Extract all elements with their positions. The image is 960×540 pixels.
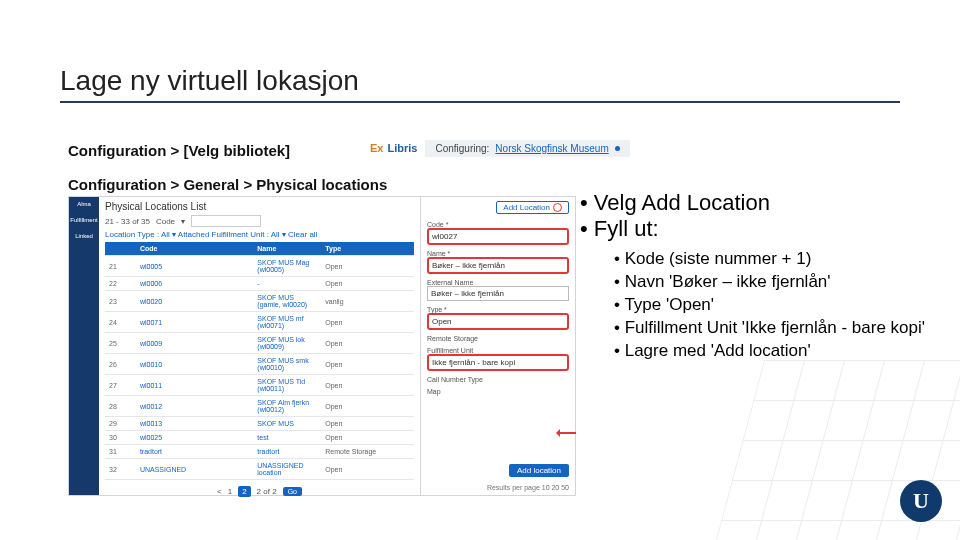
filter-line[interactable]: Location Type : All ▾ Attached Fulfillme… (105, 230, 414, 239)
breadcrumb-2: Configuration > General > Physical locat… (68, 176, 387, 193)
instruction-sub-1: Kode (siste nummer + 1) (614, 248, 940, 271)
col-name[interactable]: Name (253, 242, 321, 256)
brand-logo-part2: Libris (387, 142, 417, 154)
list-toolbar: 21 - 33 of 35 Code ▾ (105, 215, 414, 227)
pager-p2[interactable]: 2 (238, 486, 250, 497)
instruction-sub-3: Type 'Open' (614, 294, 940, 317)
table-row[interactable]: 26wl0010SKOF MUS smk (wl0010)Open (105, 354, 414, 375)
list-title: Physical Locations List (105, 201, 414, 212)
table-row[interactable]: 31tradtorttradtortRemote Storage (105, 445, 414, 459)
configuring-value[interactable]: Norsk Skogfinsk Museum (495, 143, 608, 154)
instruction-2: Fyll ut: (580, 216, 940, 242)
code-sort[interactable]: Code (156, 217, 175, 226)
table-row[interactable]: 28wl0012SKOF Alm fjerkn (wl0012)Open (105, 396, 414, 417)
sidebar: Alma Fulfillment Linked (69, 197, 99, 495)
instructions: Velg Add Location Fyll ut: Kode (siste n… (580, 190, 940, 363)
table-row[interactable]: 23wl0020SKOF MUS (gamle, wl0020)vanlig (105, 291, 414, 312)
pager: < 1 2 2 of 2 Go (105, 486, 414, 497)
call-number-label: Call Number Type (427, 376, 569, 383)
remote-storage-label: Remote Storage (427, 335, 569, 342)
col-type[interactable]: Type (321, 242, 414, 256)
configuring-badge: Ex Libris Configuring: Norsk Skogfinsk M… (370, 135, 630, 161)
sidebar-item-alma[interactable]: Alma (77, 201, 91, 207)
pager-p1[interactable]: 1 (228, 487, 232, 496)
fulfillment-unit-label: Fulfillment Unit (427, 347, 569, 354)
app-screenshot: Alma Fulfillment Linked Physical Locatio… (68, 196, 576, 496)
instruction-sub-5: Lagre med 'Add location' (614, 340, 940, 363)
locations-table: Code Name Type 21wl0005SKOF MUS Mag (wl0… (105, 242, 414, 480)
external-name-label: External Name (427, 279, 569, 286)
save-add-location-button[interactable]: Add location (509, 464, 569, 477)
map-label: Map (427, 388, 569, 395)
pager-prev[interactable]: < (217, 487, 222, 496)
fulfillment-unit-field[interactable]: Ikke fjernlån - bare kopi (427, 354, 569, 371)
table-row[interactable]: 30wl0025testOpen (105, 431, 414, 445)
table-row[interactable]: 29wl0013SKOF MUSOpen (105, 417, 414, 431)
slide-title: Lage ny virtuell lokasjon (60, 65, 900, 103)
external-name-field[interactable]: Bøker – ikke fjernlån (427, 286, 569, 301)
dropdown-indicator-icon[interactable] (615, 146, 620, 151)
type-label: Type * (427, 306, 569, 313)
instruction-sub-2: Navn 'Bøker – ikke fjernlån' (614, 271, 940, 294)
table-row[interactable]: 21wl0005SKOF MUS Mag (wl0005)Open (105, 256, 414, 277)
table-row[interactable]: 22wl0006-Open (105, 277, 414, 291)
pager-of: 2 of 2 (257, 487, 277, 496)
add-location-button[interactable]: Add Location (496, 201, 569, 214)
col-code[interactable]: Code (136, 242, 253, 256)
table-row[interactable]: 24wl0071SKOF MUS mf (wl0071)Open (105, 312, 414, 333)
callout-arrow-icon (558, 432, 576, 434)
code-field[interactable]: wl0027 (427, 228, 569, 245)
search-input[interactable] (191, 215, 261, 227)
brand-logo-part1: Ex (370, 142, 383, 154)
result-counter: 21 - 33 of 35 (105, 217, 150, 226)
instruction-1: Velg Add Location (580, 190, 940, 216)
name-label: Name * (427, 250, 569, 257)
type-field[interactable]: Open (427, 313, 569, 330)
sidebar-item-fulfillment[interactable]: Fulfillment (70, 217, 97, 223)
pager-go[interactable]: Go (283, 487, 302, 496)
sidebar-item-linked[interactable]: Linked (75, 233, 93, 239)
instruction-sub-4: Fulfillment Unit 'Ikke fjernlån - bare k… (614, 317, 940, 340)
corporate-logo: U (900, 480, 942, 522)
table-row[interactable]: 32UNASSIGNEDUNASSIGNED locationOpen (105, 459, 414, 480)
code-label: Code * (427, 221, 569, 228)
results-per-page[interactable]: Results per page 10 20 50 (427, 484, 569, 491)
configuring-label: Configuring: (435, 143, 489, 154)
table-row[interactable]: 25wl0009SKOF MUS lok (wl0009)Open (105, 333, 414, 354)
table-row[interactable]: 27wl0011SKOF MUS Tid (wl0011)Open (105, 375, 414, 396)
name-field[interactable]: Bøker – ikke fjernlån (427, 257, 569, 274)
breadcrumb-1: Configuration > [Velg bibliotek] (68, 142, 290, 159)
highlight-circle-icon (553, 203, 562, 212)
add-location-panel: Add Location Code * wl0027 Name * Bøker … (420, 197, 575, 495)
list-area: Physical Locations List 21 - 33 of 35 Co… (99, 197, 420, 495)
